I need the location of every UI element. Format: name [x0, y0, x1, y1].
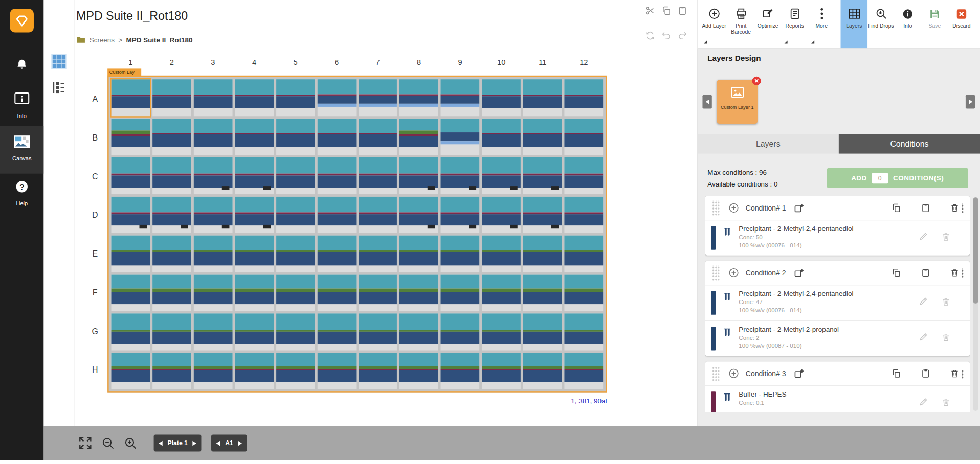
zoom-out-icon[interactable] — [101, 436, 115, 450]
plate-view-button[interactable] — [48, 51, 70, 71]
well-G12[interactable] — [565, 313, 604, 350]
well-A6[interactable] — [317, 79, 356, 115]
well-D6[interactable] — [317, 196, 356, 233]
well-H7[interactable] — [359, 353, 397, 389]
toolbar-save[interactable]: Save — [921, 0, 948, 48]
well-H6[interactable] — [317, 353, 356, 389]
delete-condition-icon[interactable] — [950, 268, 959, 278]
drag-handle-icon[interactable] — [711, 265, 720, 280]
well-E10[interactable] — [482, 236, 521, 272]
well-A2[interactable] — [152, 79, 191, 115]
well-A9[interactable] — [441, 79, 480, 115]
notifications-bell-icon[interactable] — [0, 58, 44, 73]
toolbar-layers[interactable]: Layers — [841, 0, 868, 48]
well-C11[interactable] — [523, 157, 562, 194]
undo-icon[interactable] — [661, 31, 672, 41]
toolbar-reports[interactable]: Reports — [781, 0, 808, 48]
well-B1[interactable] — [112, 119, 150, 155]
well-D4[interactable] — [235, 196, 274, 233]
tab-conditions[interactable]: Conditions — [839, 134, 980, 154]
well-F9[interactable] — [441, 274, 480, 311]
conditions-scrollbar[interactable] — [973, 197, 978, 411]
toolbar-discard[interactable]: Discard — [948, 0, 975, 48]
well-C5[interactable] — [276, 157, 315, 194]
delete-ingredient-icon[interactable] — [941, 296, 950, 307]
well-B8[interactable] — [399, 119, 438, 155]
paste-condition-icon[interactable] — [921, 368, 931, 379]
well-H5[interactable] — [276, 353, 315, 389]
well-G10[interactable] — [482, 313, 521, 350]
well-F11[interactable] — [523, 274, 562, 311]
next-plate-icon[interactable] — [193, 440, 196, 446]
well-B2[interactable] — [152, 119, 191, 155]
well-H10[interactable] — [482, 353, 521, 389]
next-well-icon[interactable] — [238, 440, 242, 446]
edit-ingredient-icon[interactable] — [919, 231, 928, 241]
well-B9[interactable] — [441, 119, 480, 155]
well-H8[interactable] — [399, 353, 438, 389]
well-G1[interactable] — [112, 313, 150, 350]
well-D3[interactable] — [194, 196, 233, 233]
well-G6[interactable] — [317, 313, 356, 350]
fit-to-screen-icon[interactable] — [78, 436, 93, 450]
condition-menu-icon[interactable] — [961, 203, 964, 213]
app-logo-icon[interactable] — [10, 9, 34, 32]
well-A12[interactable] — [565, 79, 604, 115]
well-A5[interactable] — [276, 79, 315, 115]
remove-layer-icon[interactable] — [752, 76, 761, 85]
well-C12[interactable] — [565, 157, 604, 194]
well-F10[interactable] — [482, 274, 521, 311]
drag-handle-icon[interactable] — [711, 366, 720, 381]
well-B4[interactable] — [235, 119, 274, 155]
redo-icon[interactable] — [678, 31, 688, 41]
well-C3[interactable] — [194, 157, 233, 194]
well-A10[interactable] — [482, 79, 521, 115]
well-B5[interactable] — [276, 119, 315, 155]
well-G7[interactable] — [359, 313, 397, 350]
well-B12[interactable] — [565, 119, 604, 155]
well-A1[interactable] — [112, 79, 150, 115]
toolbar-add-layer[interactable]: Add Layer — [701, 0, 728, 48]
sidebar-item-info[interactable]: Info — [0, 91, 44, 119]
well-D5[interactable] — [276, 196, 315, 233]
add-conditions-button[interactable]: ADD 0 CONDITION(S) — [827, 168, 968, 188]
well-F5[interactable] — [276, 274, 315, 311]
paste-icon[interactable] — [678, 6, 688, 16]
well-F12[interactable] — [565, 274, 604, 311]
paste-condition-icon[interactable] — [921, 203, 931, 213]
delete-ingredient-icon[interactable] — [941, 231, 950, 242]
cut-icon[interactable] — [645, 6, 655, 16]
paste-condition-icon[interactable] — [921, 268, 931, 278]
well-G4[interactable] — [235, 313, 274, 350]
well-G11[interactable] — [523, 313, 562, 350]
tab-layers[interactable]: Layers — [698, 134, 839, 154]
prev-plate-icon[interactable] — [159, 440, 162, 446]
well-E8[interactable] — [399, 236, 438, 272]
well-B11[interactable] — [523, 119, 562, 155]
well-C9[interactable] — [441, 157, 480, 194]
expand-condition-icon[interactable] — [728, 368, 740, 379]
well-C6[interactable] — [317, 157, 356, 194]
well-D9[interactable] — [441, 196, 480, 233]
zoom-in-icon[interactable] — [124, 436, 138, 450]
well-C7[interactable] — [359, 157, 397, 194]
well-E2[interactable] — [152, 236, 191, 272]
copy-icon[interactable] — [661, 6, 672, 16]
well-A3[interactable] — [194, 79, 233, 115]
well-D1[interactable] — [112, 196, 150, 233]
add-count-field[interactable]: 0 — [872, 173, 888, 183]
assign-wells-icon[interactable] — [793, 368, 804, 379]
well-D7[interactable] — [359, 196, 397, 233]
well-E11[interactable] — [523, 236, 562, 272]
well-D2[interactable] — [152, 196, 191, 233]
well-D12[interactable] — [565, 196, 604, 233]
toolbar-print-barcode[interactable]: Print Barcode — [727, 0, 754, 48]
well-G8[interactable] — [399, 313, 438, 350]
drag-handle-icon[interactable] — [711, 200, 720, 215]
delete-condition-icon[interactable] — [950, 203, 959, 213]
condition-menu-icon[interactable] — [961, 369, 964, 378]
well-G3[interactable] — [194, 313, 233, 350]
well-C10[interactable] — [482, 157, 521, 194]
breadcrumb-root[interactable]: Screens — [90, 36, 115, 44]
well-E12[interactable] — [565, 236, 604, 272]
